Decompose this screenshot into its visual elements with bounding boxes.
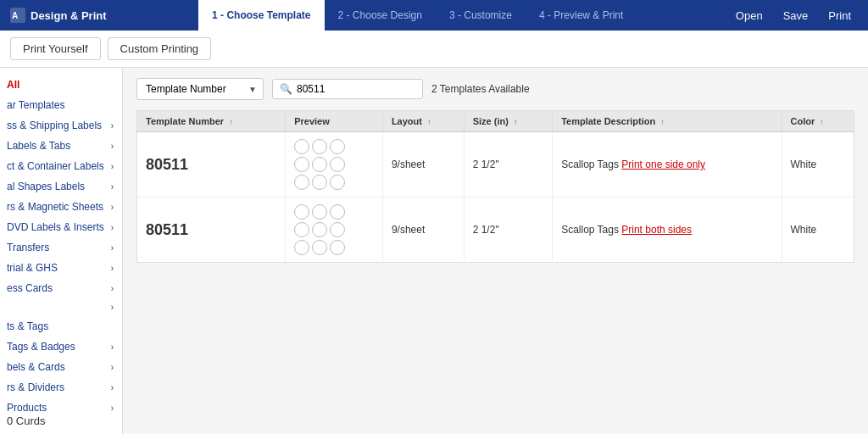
- sidebar-item-ar-templates[interactable]: ar Templates: [0, 95, 122, 115]
- table-row[interactable]: 80511: [137, 132, 854, 198]
- preview-circle: [312, 139, 327, 154]
- step-nav: 1 - Choose Template 2 - Choose Design 3 …: [198, 0, 637, 31]
- sidebar-item-label: ar Templates: [7, 99, 64, 111]
- search-input[interactable]: [297, 83, 415, 95]
- sidebar-item-labels-tabs[interactable]: Labels & Tabs ›: [0, 136, 122, 156]
- cell-description: Scallop Tags Print both sides: [553, 198, 782, 263]
- chevron-icon: ›: [111, 162, 114, 171]
- sidebar-item-labels-cards[interactable]: bels & Cards ›: [0, 357, 122, 377]
- col-template-number: Template Number ↑: [137, 111, 286, 132]
- sort-icon: ↑: [820, 118, 824, 126]
- available-count: 2 Templates Available: [431, 83, 530, 95]
- col-color: Color ↑: [782, 111, 854, 132]
- search-icon: 🔍: [280, 83, 292, 95]
- chevron-icon: ›: [111, 223, 114, 232]
- cell-layout: 9/sheet: [382, 198, 464, 263]
- preview-grid: [294, 204, 374, 255]
- chevron-icon: ›: [111, 363, 114, 372]
- preview-circle: [330, 204, 345, 220]
- sidebar-item-label: All: [7, 79, 19, 91]
- sort-icon: ↑: [660, 118, 665, 126]
- sidebar-item-industrial-ghs[interactable]: trial & GHS ›: [0, 258, 122, 278]
- cell-template-number: 80511: [137, 132, 286, 198]
- sub-nav: Print Yourself Custom Printing: [0, 31, 868, 68]
- top-actions: Open Save Print: [729, 6, 858, 25]
- brand-icon: A: [10, 8, 25, 23]
- sidebar-item-label: ct & Container Labels: [7, 160, 104, 172]
- sidebar-item-business-cards[interactable]: ess Cards ›: [0, 278, 122, 298]
- chevron-icon: ›: [111, 264, 114, 273]
- template-number-select[interactable]: Template Number: [136, 78, 264, 100]
- sidebar-item-label: ess Cards: [7, 282, 53, 294]
- cell-size: 2 1/2": [464, 132, 552, 198]
- sidebar-item-label: ts & Tags: [7, 320, 48, 332]
- preview-circle: [312, 222, 327, 237]
- top-nav: A Design & Print 1 - Choose Template 2 -…: [0, 0, 868, 31]
- preview-circle: [330, 175, 345, 190]
- chevron-icon: ›: [111, 182, 114, 192]
- preview-circle: [294, 157, 309, 172]
- step-1-button[interactable]: 1 - Choose Template: [198, 0, 324, 31]
- main-layout: All ar Templates ss & Shipping Labels › …: [0, 68, 868, 434]
- col-size: Size (in) ↑: [464, 111, 552, 132]
- print-button[interactable]: Print: [821, 6, 858, 25]
- sidebar-item-magnetic-sheets[interactable]: rs & Magnetic Sheets ›: [0, 197, 122, 217]
- custom-printing-button[interactable]: Custom Printing: [108, 37, 211, 60]
- preview-circle: [312, 240, 327, 255]
- chevron-icon: ›: [111, 243, 114, 253]
- sidebar-item-label: Labels & Tabs: [7, 140, 70, 152]
- preview-circle: [312, 157, 327, 172]
- step-2-button[interactable]: 2 - Choose Design: [325, 0, 436, 31]
- print-yourself-button[interactable]: Print Yourself: [10, 37, 101, 60]
- preview-grid: [294, 139, 374, 190]
- preview-circle: [294, 139, 309, 154]
- open-button[interactable]: Open: [729, 6, 770, 25]
- step-3-button[interactable]: 3 - Customize: [436, 0, 526, 31]
- curds-text: 0 Curds: [7, 415, 46, 427]
- step-4-button[interactable]: 4 - Preview & Print: [526, 0, 637, 31]
- brand-name: Design & Print: [31, 9, 107, 22]
- sidebar-item-label: al Shapes Labels: [7, 181, 85, 192]
- col-layout: Layout ↑: [382, 111, 464, 132]
- cell-preview: [286, 198, 383, 263]
- desc-link[interactable]: Print one side only: [621, 159, 705, 170]
- save-button[interactable]: Save: [776, 6, 815, 25]
- cell-preview: [286, 132, 383, 198]
- preview-circle: [294, 222, 309, 237]
- sidebar-item-label: Products: [7, 402, 47, 414]
- sidebar-item-dividers[interactable]: rs & Dividers ›: [0, 377, 122, 398]
- content-area: Template Number ▼ 🔍 2 Templates Availabl…: [123, 68, 868, 434]
- preview-circle: [330, 157, 345, 172]
- search-box: 🔍: [272, 79, 423, 99]
- chevron-icon: ›: [111, 284, 114, 293]
- chevron-icon: ›: [111, 303, 114, 312]
- col-description: Template Description ↑: [553, 111, 782, 132]
- results-table: Template Number ↑ Preview Layout ↑ Size …: [136, 110, 854, 263]
- sidebar-item-dvd-labels[interactable]: DVD Labels & Inserts ›: [0, 217, 122, 237]
- preview-circle: [330, 222, 345, 237]
- sidebar-item-blank[interactable]: ›: [0, 298, 122, 316]
- sidebar-item-container-labels[interactable]: ct & Container Labels ›: [0, 156, 122, 176]
- table-header-row: Template Number ↑ Preview Layout ↑ Size …: [137, 111, 854, 132]
- sidebar-item-tags-badges[interactable]: Tags & Badges ›: [0, 337, 122, 357]
- footer-curds: 0 Curds: [7, 415, 46, 427]
- preview-circle: [294, 240, 309, 255]
- sidebar-item-all[interactable]: All: [0, 75, 122, 95]
- preview-circle: [330, 240, 345, 255]
- cell-size: 2 1/2": [464, 198, 552, 263]
- cell-color: White: [782, 132, 854, 198]
- sidebar-item-ts-tags[interactable]: ts & Tags: [0, 316, 122, 337]
- sidebar-item-shipping-labels[interactable]: ss & Shipping Labels ›: [0, 115, 122, 136]
- preview-circle: [294, 175, 309, 190]
- cell-description: Scallop Tags Print one side only: [553, 132, 782, 198]
- sidebar-item-shapes-labels[interactable]: al Shapes Labels ›: [0, 176, 122, 197]
- sidebar-item-transfers[interactable]: Transfers ›: [0, 237, 122, 258]
- sidebar-item-label: rs & Dividers: [7, 381, 64, 393]
- desc-link[interactable]: Print both sides: [621, 224, 692, 236]
- sidebar-item-label: ss & Shipping Labels: [7, 120, 102, 131]
- table-row[interactable]: 80511: [137, 198, 854, 263]
- sidebar-item-label: bels & Cards: [7, 361, 65, 373]
- sidebar-item-label: rs & Magnetic Sheets: [7, 201, 103, 213]
- cell-layout: 9/sheet: [382, 132, 464, 198]
- chevron-icon: ›: [111, 403, 114, 413]
